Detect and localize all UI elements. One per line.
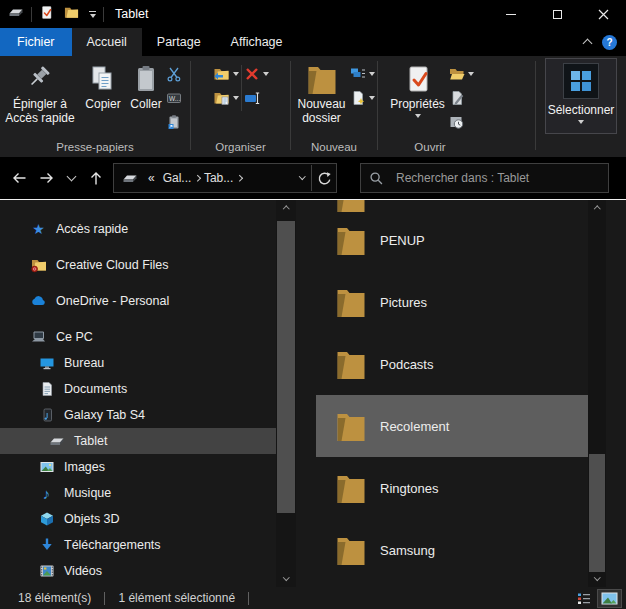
paste-shortcut-button[interactable]: [166, 113, 182, 130]
address-dropdown-icon[interactable]: [299, 173, 305, 179]
group-label-clipboard: Presse-papiers: [0, 139, 190, 157]
search-box[interactable]: [360, 163, 609, 193]
new-item-button[interactable]: [350, 89, 375, 106]
scroll-up-button[interactable]: [588, 200, 606, 216]
maximize-button[interactable]: [534, 0, 580, 28]
properties-button[interactable]: Propriétés: [387, 59, 449, 120]
new-item-icon: [350, 90, 366, 106]
pin-to-quick-access-button[interactable]: Épingler à Accès rapide: [0, 59, 80, 127]
forward-arrow-icon: [37, 169, 56, 187]
collapse-ribbon-icon[interactable]: [583, 39, 593, 49]
svg-text:W...: W...: [169, 94, 180, 101]
history-button[interactable]: [449, 113, 474, 130]
sidebar-item-onedrive[interactable]: OneDrive - Personal: [0, 288, 276, 314]
sidebar-item-downloads[interactable]: Téléchargements: [0, 532, 276, 558]
copy-to-button[interactable]: [213, 89, 239, 106]
search-input[interactable]: [394, 170, 600, 186]
titlebar: Tablet: [0, 0, 626, 28]
tab-fichier[interactable]: Fichier: [0, 28, 72, 56]
qat-new-folder-icon[interactable]: [64, 5, 79, 24]
sidebar-item-images[interactable]: Images: [0, 454, 276, 480]
rename-button[interactable]: [244, 89, 269, 106]
document-icon: [38, 381, 55, 397]
group-new: Nouveau dossier: [291, 56, 377, 157]
sidebar-item-3d-objects[interactable]: Objets 3D: [0, 506, 276, 532]
back-button[interactable]: [6, 164, 33, 192]
open-button[interactable]: [449, 65, 474, 82]
sidebar-item-quick-access[interactable]: Accès rapide: [0, 216, 276, 242]
folder-item-pictures[interactable]: Pictures: [316, 271, 588, 333]
minimize-button[interactable]: [488, 0, 534, 28]
scroll-up-button[interactable]: [276, 200, 296, 216]
film-icon: [38, 563, 55, 579]
sidebar-item-videos[interactable]: Vidéos: [0, 558, 276, 584]
sidebar-item-documents[interactable]: Documents: [0, 376, 276, 402]
search-icon: [369, 171, 384, 186]
folder-item-ringtones[interactable]: Ringtones: [316, 457, 588, 519]
scroll-down-button[interactable]: [276, 571, 296, 587]
group-open: Propriétés: [378, 56, 482, 157]
recent-locations-button[interactable]: [60, 164, 82, 192]
tab-partage[interactable]: Partage: [142, 28, 216, 56]
address-bar[interactable]: « Gal... Tab...: [113, 163, 337, 193]
thumbnail-view-button[interactable]: [598, 590, 621, 607]
window-tablet-icon: [8, 4, 24, 24]
tab-affichage[interactable]: Affichage: [216, 28, 298, 56]
dropdown-caret: [415, 114, 421, 118]
sidebar-item-this-pc[interactable]: Ce PC: [0, 324, 276, 350]
minimize-icon: [506, 14, 516, 15]
dropdown-caret: [369, 96, 375, 100]
breadcrumb-segment[interactable]: Gal...: [159, 171, 196, 185]
dropdown-caret: [578, 120, 584, 124]
move-to-button[interactable]: [213, 65, 239, 82]
sidebar-item-tablet[interactable]: Tablet: [0, 428, 276, 454]
up-button[interactable]: [82, 164, 109, 192]
details-view-button[interactable]: [574, 590, 594, 607]
sidebar-item-desktop[interactable]: Bureau: [0, 350, 276, 376]
sidebar-item-creative-cloud[interactable]: Creative Cloud Files: [0, 252, 276, 278]
cloud-icon: [30, 293, 47, 309]
folder-item-samsung[interactable]: Samsung: [316, 519, 588, 581]
scroll-down-button[interactable]: [588, 571, 606, 587]
breadcrumb-chevron-icon[interactable]: [236, 175, 242, 181]
folder-item-recolement[interactable]: Recolement: [316, 395, 588, 457]
select-button[interactable]: Sélectionner: [545, 58, 617, 134]
copy-button[interactable]: Copier: [80, 59, 126, 113]
new-folder-button[interactable]: Nouveau dossier: [294, 59, 350, 127]
status-separator: [248, 592, 249, 605]
copy-to-folder-icon: [213, 90, 230, 106]
qat-customize-chevron-icon[interactable]: [89, 11, 96, 18]
sidebar-item-music[interactable]: Musique: [0, 480, 276, 506]
close-button[interactable]: [580, 0, 626, 28]
refresh-button[interactable]: [317, 171, 332, 186]
quick-access-toolbar: [39, 5, 96, 24]
delete-button[interactable]: [244, 65, 269, 82]
folder-icon: [336, 224, 366, 257]
scrollbar-thumb[interactable]: [589, 454, 605, 572]
rename-icon: [244, 90, 261, 106]
help-icon[interactable]: [602, 35, 617, 50]
folder-item-penup[interactable]: PENUP: [316, 209, 588, 271]
forward-button[interactable]: [33, 164, 60, 192]
breadcrumb-overflow[interactable]: «: [144, 171, 159, 185]
breadcrumb-segment[interactable]: Tab...: [200, 171, 237, 185]
scrollbar-thumb[interactable]: [277, 221, 295, 513]
paste-button[interactable]: Coller: [126, 59, 166, 113]
edit-button[interactable]: [449, 89, 474, 106]
copy-path-button[interactable]: W...: [166, 89, 182, 106]
folder-icon: [336, 286, 366, 319]
edit-pencil-icon: [449, 90, 465, 106]
cut-button[interactable]: [166, 65, 182, 82]
titlebar-separator: [31, 7, 32, 22]
folder-item-podcasts[interactable]: Podcasts: [316, 333, 588, 395]
history-clock-icon: [449, 114, 465, 130]
qat-properties-icon[interactable]: [39, 5, 54, 24]
move-to-folder-icon: [213, 66, 230, 82]
file-list-scrollbar[interactable]: [588, 200, 606, 587]
easy-access-button[interactable]: [350, 65, 375, 82]
scissors-icon: [166, 66, 182, 82]
tab-accueil[interactable]: Accueil: [72, 28, 142, 56]
ribbon-tab-row: Fichier Accueil Partage Affichage: [0, 28, 626, 56]
sidebar-item-galaxy-tab[interactable]: Galaxy Tab S4: [0, 402, 276, 428]
sidebar-scrollbar[interactable]: [276, 200, 296, 587]
